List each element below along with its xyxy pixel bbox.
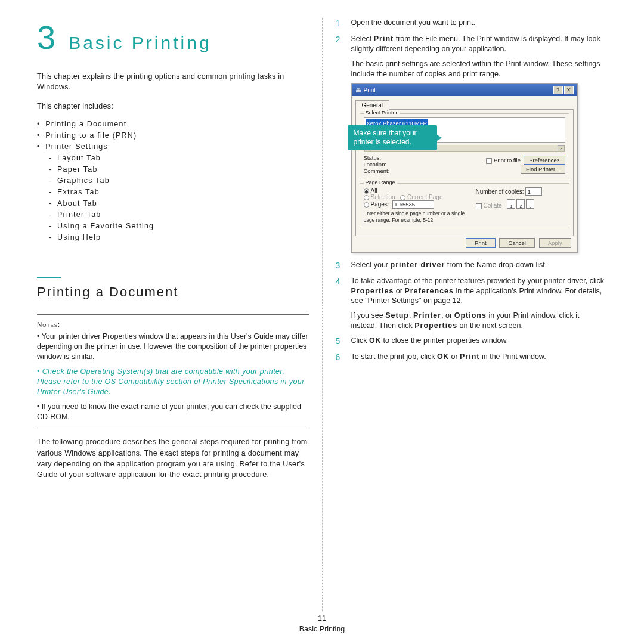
print-button[interactable]: Print bbox=[466, 238, 496, 248]
print-to-file-checkbox[interactable] bbox=[486, 158, 492, 164]
toc-subitem: Using a Favorite Setting bbox=[49, 222, 309, 230]
cancel-button[interactable]: Cancel bbox=[499, 238, 535, 248]
toc-item: Printing to a file (PRN) bbox=[37, 131, 309, 140]
horizontal-rule bbox=[37, 314, 309, 315]
apply-button[interactable]: Apply bbox=[539, 238, 571, 248]
radio-current-page[interactable] bbox=[400, 195, 405, 200]
step-item: 6 To start the print job, click OK or Pr… bbox=[336, 352, 608, 363]
step-number: 5 bbox=[336, 336, 343, 347]
step-number: 3 bbox=[336, 260, 343, 271]
table-of-contents: Printing a Document Printing to a file (… bbox=[37, 120, 309, 242]
notes-list: Your printer driver Properties window th… bbox=[37, 332, 309, 422]
step-text: Open the document you want to print. bbox=[351, 18, 608, 29]
footer-title: Basic Printing bbox=[0, 624, 644, 635]
tab-general[interactable]: General bbox=[355, 100, 390, 110]
find-printer-button[interactable]: Find Printer... bbox=[521, 165, 565, 174]
includes-label: This chapter includes: bbox=[37, 101, 309, 112]
collate-checkbox[interactable] bbox=[476, 203, 482, 209]
toc-subitem: Graphics Tab bbox=[49, 177, 309, 185]
page-footer: 11 Basic Printing bbox=[0, 614, 644, 634]
step-number: 4 bbox=[336, 276, 343, 306]
chapter-number: 3 bbox=[37, 18, 54, 57]
toc-subitem: Extras Tab bbox=[49, 188, 309, 196]
toc-subitem: Paper Tab bbox=[49, 165, 309, 174]
dialog-title: Print bbox=[364, 87, 376, 94]
toc-subitem: Printer Tab bbox=[49, 210, 309, 219]
step-item: 1 Open the document you want to print. bbox=[336, 18, 608, 29]
copies-spinner[interactable]: 1 bbox=[525, 187, 542, 196]
step-item: 2 Select Print from the File menu. The P… bbox=[336, 34, 608, 54]
step-text: Select Print from the File menu. The Pri… bbox=[351, 34, 608, 54]
step-item: 4 To take advantage of the printer featu… bbox=[336, 276, 608, 306]
radio-pages[interactable] bbox=[364, 202, 369, 208]
collate-icon: 123 bbox=[507, 199, 534, 209]
close-icon[interactable]: ✕ bbox=[564, 86, 574, 94]
step-number: 2 bbox=[336, 34, 343, 54]
radio-all[interactable] bbox=[364, 188, 369, 194]
steps-list-continued: 3 Select your printer driver from the Na… bbox=[336, 260, 608, 306]
procedure-paragraph: The following procedure describes the ge… bbox=[37, 436, 309, 480]
step-text: To take advantage of the printer feature… bbox=[351, 276, 608, 306]
toc-subitem: Using Help bbox=[49, 233, 309, 242]
note-item-emphasis: Check the Operating System(s) that are c… bbox=[37, 367, 309, 397]
pages-input[interactable]: 1-65535 bbox=[392, 200, 434, 209]
step-subparagraph: The basic print settings are selected wi… bbox=[351, 59, 608, 79]
step-text: Select your printer driver from the Name… bbox=[351, 260, 608, 271]
steps-list: 1 Open the document you want to print. 2… bbox=[336, 18, 608, 54]
callout-box: Make sure that your printer is selected. bbox=[348, 125, 437, 150]
range-hint: Enter either a single page number or a s… bbox=[364, 210, 471, 222]
step-item: 3 Select your printer driver from the Na… bbox=[336, 260, 608, 271]
step-number: 1 bbox=[336, 18, 343, 29]
section-title: Printing a Document bbox=[37, 284, 309, 300]
chapter-heading: 3 Basic Printing bbox=[37, 18, 309, 57]
steps-list-continued2: 5 Click OK to close the printer properti… bbox=[336, 336, 608, 363]
step-text: To start the print job, click OK or Prin… bbox=[351, 352, 608, 363]
group-page-range: Page Range All Selection Current Page Pa… bbox=[360, 183, 569, 228]
print-dialog-figure: Make sure that your printer is selected.… bbox=[351, 83, 608, 252]
dialog-titlebar: 🖶 Print ? ✕ bbox=[352, 84, 577, 96]
toc-subitem: About Tab bbox=[49, 199, 309, 208]
step-text: Click OK to close the printer properties… bbox=[351, 336, 608, 347]
note-item: Your printer driver Properties window th… bbox=[37, 332, 309, 362]
preferences-button[interactable]: Preferences bbox=[524, 156, 565, 165]
notes-label: Notes: bbox=[37, 321, 309, 328]
note-item: If you need to know the exact name of yo… bbox=[37, 402, 309, 422]
toc-subitem: Layout Tab bbox=[49, 154, 309, 162]
toc-item: Printer Settings bbox=[37, 143, 309, 151]
horizontal-rule bbox=[37, 428, 309, 428]
step-subparagraph: If you see Setup, Printer, or Options in… bbox=[351, 311, 608, 331]
toc-item: Printing a Document bbox=[37, 120, 309, 128]
chapter-title: Basic Printing bbox=[69, 33, 211, 53]
section-divider bbox=[37, 277, 61, 278]
help-icon[interactable]: ? bbox=[553, 86, 563, 94]
intro-paragraph: This chapter explains the printing optio… bbox=[37, 71, 309, 92]
printer-icon: 🖶 bbox=[355, 87, 361, 94]
page-number: 11 bbox=[0, 614, 644, 624]
step-item: 5 Click OK to close the printer properti… bbox=[336, 336, 608, 347]
print-dialog: 🖶 Print ? ✕ General Select Printer bbox=[351, 83, 578, 252]
step-number: 6 bbox=[336, 352, 343, 363]
radio-selection[interactable] bbox=[364, 195, 369, 200]
